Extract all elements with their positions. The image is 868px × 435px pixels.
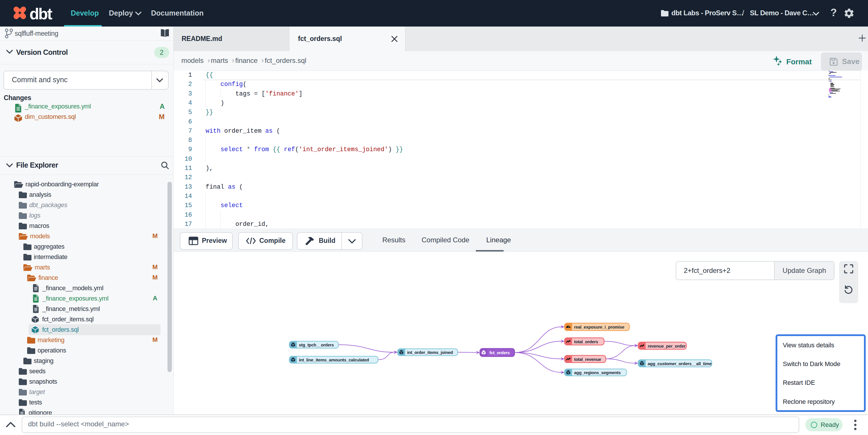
svg-text:revenue_per_order: revenue_per_order (648, 343, 685, 348)
svg-text:int_line_items_amounts_calcula: int_line_items_amounts_calculated (299, 358, 369, 362)
svg-text:real_exposure_i_promise: real_exposure_i_promise (574, 325, 624, 329)
svg-text:total_orders: total_orders (574, 339, 598, 344)
svg-text:fct_orders: fct_orders (490, 350, 510, 355)
svg-text:agg_regions_segments: agg_regions_segments (574, 370, 621, 375)
svg-text:stg_tpch__orders: stg_tpch__orders (299, 342, 334, 347)
svg-text:total_revenue: total_revenue (574, 357, 601, 362)
svg-text:int_order_items_joined: int_order_items_joined (407, 350, 453, 355)
svg-text:agg_customer_orders__all_time: agg_customer_orders__all_time (648, 361, 712, 366)
